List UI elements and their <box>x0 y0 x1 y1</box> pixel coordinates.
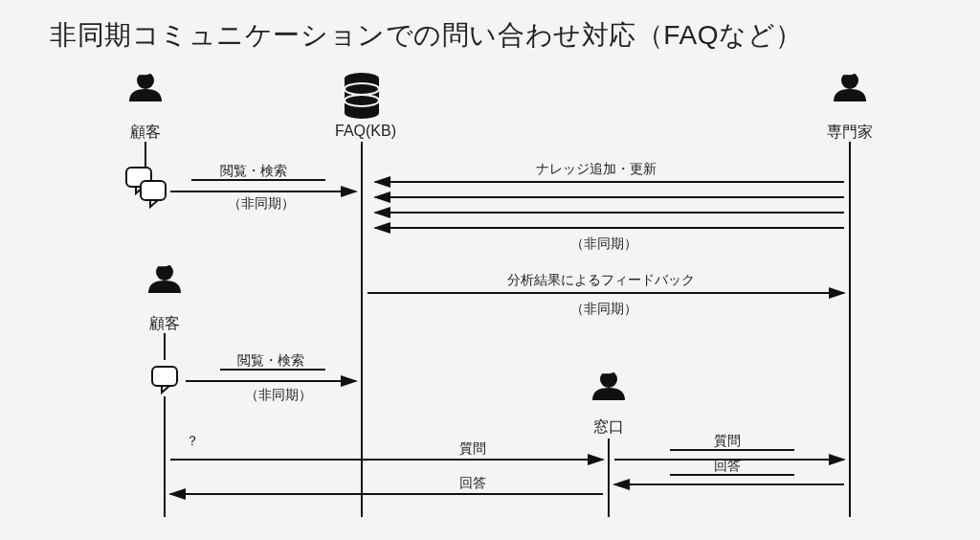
faq-label: FAQ(KB) <box>327 123 404 140</box>
knowledge-label: ナレッジ追加・更新 <box>536 161 657 178</box>
customer2-icon <box>148 261 181 293</box>
feedback-label: 分析結果によるフィードバック <box>507 272 695 289</box>
faq-db-icon <box>345 73 379 119</box>
diagram-canvas <box>0 0 980 540</box>
feedback-note-label: （非同期） <box>570 301 637 318</box>
frontdesk-label: 窓口 <box>590 417 628 438</box>
browse1-note-label: （非同期） <box>228 195 295 213</box>
customer2-label: 顧客 <box>145 314 184 334</box>
answer1-label: 回答 <box>459 475 486 492</box>
expert-label: 専門家 <box>821 123 879 143</box>
customer1-icon <box>129 70 162 101</box>
qmark-label: ？ <box>186 433 199 450</box>
frontdesk-icon <box>592 369 625 400</box>
answer2-label: 回答 <box>714 458 741 475</box>
knowledge-note-label: （非同期） <box>570 236 637 253</box>
browse1-label: 閲覧・検索 <box>220 163 287 180</box>
browse2-label: 閲覧・検索 <box>237 352 304 370</box>
customer1-bubble2-icon <box>141 181 166 207</box>
customer1-label: 顧客 <box>126 123 165 143</box>
expert-icon <box>834 70 866 101</box>
question1-label: 質問 <box>459 440 486 458</box>
browse2-note-label: （非同期） <box>245 387 312 404</box>
customer2-bubble-icon <box>152 367 177 393</box>
question2-label: 質問 <box>714 433 741 450</box>
